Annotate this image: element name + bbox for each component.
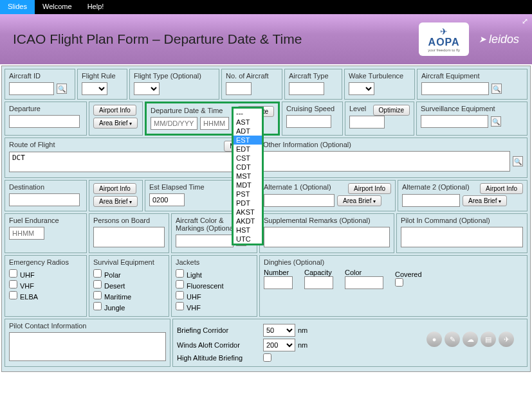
timezone-option[interactable]: --- xyxy=(234,109,262,118)
high-alt-checkbox[interactable] xyxy=(263,353,271,362)
timezone-option[interactable]: ADT xyxy=(234,127,262,136)
fuel-input[interactable] xyxy=(9,227,44,240)
jacket-checkbox[interactable] xyxy=(176,302,184,310)
area-brief-button[interactable]: Area Brief xyxy=(337,195,381,206)
emerg-radio-option[interactable]: ELBA xyxy=(9,290,82,301)
survival-checkbox[interactable] xyxy=(93,291,102,299)
jacket-checkbox[interactable] xyxy=(176,280,184,288)
action-icon-2[interactable]: ✎ xyxy=(445,332,460,347)
emerg-radio-option[interactable]: VHF xyxy=(9,279,82,290)
action-icon-4[interactable]: ▤ xyxy=(481,332,496,347)
tab-help[interactable]: Help! xyxy=(80,0,112,14)
emerg-radio-checkbox[interactable] xyxy=(9,291,17,299)
tab-slides[interactable]: Slides xyxy=(0,0,35,14)
timezone-option[interactable]: EST xyxy=(234,136,262,145)
pilot-contact-textarea[interactable] xyxy=(9,332,166,361)
area-brief-button[interactable]: Area Brief xyxy=(93,196,138,207)
search-icon[interactable]: 🔍 xyxy=(491,84,502,94)
survival-checkbox[interactable] xyxy=(93,280,102,288)
survival-option[interactable]: Polar xyxy=(93,269,165,279)
timezone-option[interactable]: CDT xyxy=(234,163,262,172)
timezone-option[interactable]: PST xyxy=(234,190,262,199)
airport-info-button[interactable]: Airport Info xyxy=(93,105,136,116)
airport-info-button[interactable]: Airport Info xyxy=(348,183,391,194)
airport-info-button[interactable]: Airport Info xyxy=(480,183,523,194)
jacket-checkbox[interactable] xyxy=(176,269,184,278)
color-input[interactable] xyxy=(176,235,234,247)
wings-icon: ✈ xyxy=(428,26,460,37)
no-aircraft-label: No. of Aircraft xyxy=(226,72,278,80)
timezone-option[interactable]: AST xyxy=(234,118,262,127)
search-icon[interactable]: 🔍 xyxy=(57,84,67,94)
area-brief-button[interactable]: Area Brief xyxy=(463,195,507,206)
alt2-input[interactable] xyxy=(402,194,460,207)
timezone-option[interactable]: CST xyxy=(234,154,262,163)
survival-option[interactable]: Jungle xyxy=(93,301,165,312)
timezone-option[interactable]: PDT xyxy=(234,199,262,208)
pilot-contact-label: Pilot Contact Information xyxy=(9,322,166,330)
jacket-option[interactable]: Light xyxy=(176,269,253,279)
alt1-input[interactable] xyxy=(264,194,335,207)
dinghies-color-input[interactable] xyxy=(345,276,383,289)
emerg-radio-checkbox[interactable] xyxy=(9,269,17,278)
jacket-option[interactable]: VHF xyxy=(176,301,253,312)
departure-date-input[interactable] xyxy=(151,117,197,130)
jacket-checkbox[interactable] xyxy=(176,291,184,299)
timezone-option[interactable]: HST xyxy=(234,226,262,235)
survival-checkbox[interactable] xyxy=(93,269,102,278)
timezone-option[interactable]: EDT xyxy=(234,145,262,154)
cruising-input[interactable] xyxy=(286,115,331,128)
jacket-option[interactable]: Fluorescent xyxy=(176,279,253,290)
no-aircraft-input[interactable] xyxy=(226,82,252,95)
pilot-textarea[interactable] xyxy=(401,227,523,247)
survival-option[interactable]: Maritime xyxy=(93,290,165,301)
tab-welcome[interactable]: Welcome xyxy=(35,0,80,14)
search-icon[interactable]: 🔍 xyxy=(491,116,501,127)
flight-rule-select[interactable] xyxy=(82,82,107,95)
other-info-textarea[interactable] xyxy=(263,151,510,172)
survival-checkbox[interactable] xyxy=(93,302,102,310)
equipment-input[interactable] xyxy=(421,82,489,95)
timezone-option[interactable]: MST xyxy=(234,172,262,181)
briefing-corridor-select[interactable]: 50 xyxy=(263,324,295,337)
winds-aloft-select[interactable]: 200 xyxy=(263,339,295,351)
timezone-dropdown-list[interactable]: ---ASTADTESTEDTCSTCDTMSTMDTPSTPDTAKSTAKD… xyxy=(232,107,264,245)
level-input[interactable] xyxy=(349,116,385,129)
dinghies-capacity-input[interactable] xyxy=(304,276,333,289)
level-label: Level xyxy=(349,105,366,113)
surveillance-input[interactable] xyxy=(421,115,488,128)
area-brief-button[interactable]: Area Brief xyxy=(93,118,138,129)
logo-group: ✈ AOPA your freedom to fly leidos xyxy=(419,22,519,56)
action-icon-3[interactable]: ☁ xyxy=(463,332,478,347)
action-icon-1[interactable]: ● xyxy=(427,332,442,347)
dinghies-covered-checkbox[interactable] xyxy=(395,278,403,287)
optimize-button[interactable]: Optimize xyxy=(373,105,410,116)
destination-input[interactable] xyxy=(9,193,80,206)
departure-input[interactable] xyxy=(9,115,80,128)
jacket-option[interactable]: UHF xyxy=(176,290,253,301)
aircraft-id-input[interactable] xyxy=(9,82,54,95)
route-textarea[interactable]: DCT xyxy=(9,152,252,172)
est-elapsed-input[interactable] xyxy=(149,193,185,206)
timezone-option[interactable]: AKDT xyxy=(234,217,262,226)
emerg-radio-checkbox[interactable] xyxy=(9,280,17,288)
timezone-option[interactable]: MDT xyxy=(234,181,262,190)
wake-select[interactable] xyxy=(349,82,374,95)
airport-info-button[interactable]: Airport Info xyxy=(93,183,136,194)
flight-type-select[interactable] xyxy=(134,82,160,95)
survival-option[interactable]: Desert xyxy=(93,279,165,290)
remarks-textarea[interactable] xyxy=(264,227,390,247)
page-title: ICAO Flight Plan Form – Departure Date &… xyxy=(13,31,302,47)
departure-time-input[interactable] xyxy=(200,117,229,130)
dinghies-number-input[interactable] xyxy=(264,276,293,289)
timezone-option[interactable]: UTC xyxy=(234,235,262,244)
action-icon-5[interactable]: ✈ xyxy=(499,332,514,347)
flight-rule-label: Flight Rule xyxy=(82,72,123,80)
search-icon[interactable]: 🔍 xyxy=(513,156,523,166)
persons-textarea[interactable] xyxy=(93,227,165,247)
aircraft-type-input[interactable] xyxy=(289,82,324,95)
timezone-option[interactable]: AKST xyxy=(234,208,262,217)
expand-icon[interactable]: ⤢ xyxy=(522,17,528,26)
emerg-radio-option[interactable]: UHF xyxy=(9,269,82,279)
high-alt-label: High Altitude Briefing xyxy=(177,354,261,362)
